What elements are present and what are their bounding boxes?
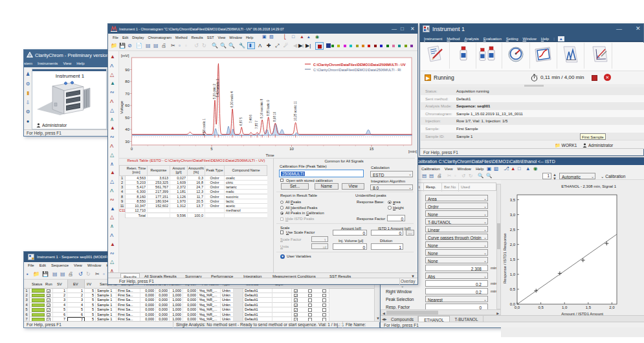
svg-text:1,5: 1,5 (586, 305, 592, 309)
svg-text:Voltage: Voltage (120, 100, 124, 114)
svg-text:30: 30 (125, 140, 129, 144)
svg-text:[mV]: [mV] (121, 54, 129, 58)
svg-text:1,0: 1,0 (510, 272, 516, 276)
svg-text:Time: Time (265, 153, 274, 157)
svg-text:Response / ISTD1 Response: Response / ISTD1 Response (503, 233, 507, 283)
svg-text:8,16 succinic 8: 8,16 succinic 8 (260, 98, 263, 118)
svg-text:80: 80 (125, 80, 129, 83)
svg-text:1,0: 1,0 (562, 305, 568, 309)
svg-text:3,5: 3,5 (510, 198, 516, 202)
svg-text:0: 0 (131, 147, 133, 151)
svg-text:2,0: 2,0 (510, 243, 516, 247)
svg-text:7,85 7: 7,85 7 (255, 120, 258, 129)
svg-text:60: 60 (125, 104, 129, 107)
svg-text:C:\ClarityChrom\DataFiles\DEMO: C:\ClarityChrom\DataFiles\DEMO1\Data\250… (313, 68, 401, 72)
svg-text:5: 5 (210, 147, 213, 151)
svg-text:3,0: 3,0 (510, 213, 516, 217)
svg-text:1,5: 1,5 (510, 258, 516, 261)
svg-text:0,5: 0,5 (538, 305, 544, 309)
svg-text:15: 15 (370, 147, 374, 151)
svg-text:[min]: [min] (408, 149, 417, 153)
svg-text:6,87 5: 6,87 5 (239, 117, 243, 126)
svg-text:4,56 oxalic 1: 4,56 oxalic 1 (203, 118, 206, 135)
svg-text:7,46 6: 7,46 6 (249, 115, 252, 123)
svg-text:0,0: 0,0 (515, 305, 520, 309)
svg-text:50: 50 (125, 116, 129, 120)
svg-text:8,55 lactic 9: 8,55 lactic 9 (267, 100, 270, 116)
svg-text:10: 10 (289, 147, 294, 151)
svg-text:2,0: 2,0 (609, 305, 615, 309)
svg-text:2,5: 2,5 (510, 228, 516, 232)
svg-text:70: 70 (125, 92, 129, 96)
svg-text:0,5: 0,5 (510, 287, 516, 291)
svg-text:10,25 acetic 11: 10,25 acetic 11 (294, 101, 297, 121)
svg-text:6,30 malic 4: 6,30 malic 4 (230, 91, 234, 107)
svg-text:90: 90 (125, 68, 129, 72)
svg-text:8,98 10: 8,98 10 (273, 111, 276, 122)
svg-text:0,0: 0,0 (510, 302, 516, 306)
svg-text:5,42 tartaric 3: 5,42 tartaric 3 (216, 78, 219, 97)
svg-text:C:\ClarityChrom\DataFiles\DEMO: C:\ClarityChrom\DataFiles\DEMO1\Data\250… (313, 63, 406, 67)
svg-text:40: 40 (125, 127, 129, 131)
svg-text:ETHANOL - 2,308 min, Signal 1: ETHANOL - 2,308 min, Signal 1 (561, 184, 616, 188)
svg-text:5,20 citric 2: 5,20 citric 2 (213, 83, 216, 99)
